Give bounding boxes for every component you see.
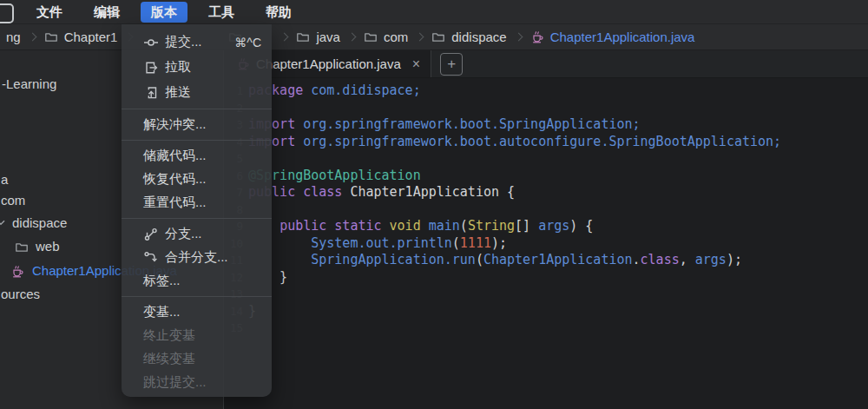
code-line-8 [248, 201, 781, 219]
breadcrumb-label: java [316, 30, 340, 44]
new-tab-button[interactable]: + [440, 53, 463, 76]
java-icon [10, 265, 24, 279]
menu-item-16: 终止变基 [122, 324, 272, 347]
menu-item-label: 提交... [165, 34, 202, 50]
menu-item-18: 跳过提交... [122, 371, 272, 394]
menu-item-3[interactable]: 推送 [122, 80, 272, 105]
code-line-5 [248, 150, 781, 168]
menu-item-label: 合并分支... [165, 249, 228, 266]
menu-item-2[interactable]: 拉取 [122, 55, 272, 80]
breadcrumb-label: Chapter1 [64, 30, 118, 44]
code-lines: package com.didispace; import org.spring… [248, 82, 781, 409]
close-tab-icon[interactable]: × [412, 57, 420, 71]
menu-item-13[interactable]: 标签... [122, 269, 272, 293]
breadcrumb-label: Chapter1Application.java [550, 30, 695, 44]
code-line-15 [248, 320, 781, 337]
menu-item-label: 继续变基 [143, 351, 195, 367]
menu-separator [122, 140, 272, 141]
tab-bar: Chapter1Application.java × + [224, 50, 868, 78]
code-line-11: SpringApplication.run(Chapter1Applicatio… [248, 252, 781, 269]
breadcrumb-item-ng[interactable]: ng [6, 30, 21, 44]
tree-item-label: ources [1, 287, 40, 301]
menu-item-12[interactable]: 合并分支... [122, 246, 272, 269]
menu-item-label: 变基... [143, 304, 181, 320]
chevron-separator-icon [280, 33, 289, 42]
menubar: 文件编辑版本工具帮助 [0, 0, 868, 24]
pull-icon [143, 60, 160, 76]
breadcrumb-label: com [384, 30, 408, 44]
menubar-item-2[interactable]: 编辑 [83, 2, 130, 23]
chevron-separator-icon [514, 33, 523, 42]
breadcrumb-item-com[interactable]: com [364, 30, 408, 44]
chevron-separator-icon [28, 33, 36, 42]
app-window-icon [0, 3, 14, 23]
menubar-item-4[interactable]: 工具 [198, 2, 245, 23]
chevron-separator-icon [416, 33, 424, 42]
breadcrumb-item-chapter1application-java[interactable]: Chapter1Application.java [530, 30, 695, 44]
tab-label: Chapter1Application.java [256, 56, 401, 71]
menu-item-shortcut: ⌘^C [234, 36, 261, 49]
menu-separator [122, 109, 272, 109]
tree-item-label: -Learning [2, 76, 56, 91]
code-line-6: @SpringBootApplication [248, 168, 781, 185]
version-dropdown-menu: 提交...⌘^C拉取推送解决冲突...储藏代码...恢复代码...重置代码...… [122, 24, 272, 397]
menu-item-7[interactable]: 储藏代码... [122, 144, 272, 168]
code-line-14: } [248, 303, 781, 320]
branch-icon [143, 227, 160, 242]
menu-item-5[interactable]: 解决冲突... [122, 113, 272, 136]
menu-item-15[interactable]: 变基... [122, 300, 272, 324]
breadcrumb-label: ng [6, 30, 21, 44]
menu-item-9[interactable]: 重置代码... [122, 191, 272, 214]
menu-item-label: 拉取 [165, 59, 191, 76]
tree-item-label: a [1, 172, 8, 187]
chevron-expand-icon [0, 217, 6, 228]
menu-item-label: 重置代码... [143, 195, 207, 211]
menu-separator [122, 218, 272, 219]
folder-icon [364, 30, 378, 44]
editor-area: Chapter1Application.java × + 12345678910… [224, 50, 868, 409]
commit-icon [143, 35, 160, 50]
menu-item-label: 储藏代码... [143, 148, 207, 164]
menu-item-label: 推送 [165, 84, 191, 101]
merge-icon [143, 250, 160, 266]
menubar-items: 文件编辑版本工具帮助 [26, 2, 302, 23]
tree-item-label: web [36, 239, 60, 254]
java-icon [530, 30, 544, 44]
menu-item-label: 终止变基 [143, 327, 195, 344]
menubar-item-1[interactable]: 文件 [26, 2, 73, 23]
folder-icon [431, 30, 445, 44]
code-line-13 [248, 286, 781, 303]
code-line-9: public static void main(String[] args) { [248, 218, 781, 235]
code-line-7: public class Chapter1Application { [248, 184, 781, 201]
breadcrumb-label: didispace [451, 30, 506, 44]
menu-item-label: 解决冲突... [143, 116, 207, 133]
menu-item-17: 继续变基 [122, 347, 272, 371]
menu-item-label: 分支... [165, 226, 202, 242]
breadcrumb-item-didispace[interactable]: didispace [431, 30, 506, 44]
menu-item-1[interactable]: 提交...⌘^C [122, 30, 272, 55]
code-line-10: System.out.println(1111); [248, 235, 781, 253]
chevron-separator-icon [347, 33, 356, 42]
menubar-item-3[interactable]: 版本 [141, 2, 187, 23]
folder-icon [44, 30, 58, 44]
menu-item-8[interactable]: 恢复代码... [122, 168, 272, 191]
menu-item-label: 跳过提交... [143, 374, 207, 391]
push-icon [143, 85, 160, 101]
folder-icon [296, 30, 310, 44]
code-line-3: import org.springframework.boot.SpringAp… [248, 116, 781, 134]
breadcrumb-item-chapter1[interactable]: Chapter1 [44, 30, 118, 44]
code-line-2 [248, 100, 781, 117]
menu-item-label: 恢复代码... [143, 171, 207, 188]
code-editor[interactable]: 123456789101112131415 package com.didisp… [224, 78, 868, 409]
folder-icon [15, 241, 29, 254]
ide-window: 文件编辑版本工具帮助 ngChapter1javacomdidispaceCha… [0, 0, 868, 409]
breadcrumb-item-java[interactable]: java [296, 30, 340, 44]
menu-item-label: 标签... [143, 273, 181, 289]
menu-item-11[interactable]: 分支... [122, 222, 272, 246]
tree-item-label: com [1, 193, 25, 208]
menu-separator [122, 296, 272, 297]
code-line-12: } [248, 269, 781, 287]
menubar-item-5[interactable]: 帮助 [255, 2, 302, 23]
code-line-4: import org.springframework.boot.autoconf… [248, 134, 781, 151]
tree-item-label: didispace [12, 215, 67, 230]
